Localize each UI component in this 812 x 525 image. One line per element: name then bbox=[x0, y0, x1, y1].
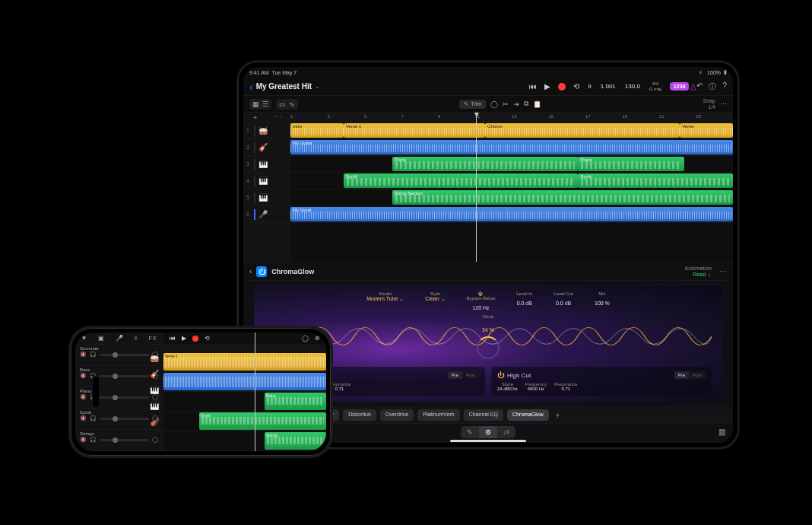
iphone-track-icon-strings[interactable]: 🎻 bbox=[150, 418, 159, 426]
record-button[interactable] bbox=[558, 83, 566, 91]
count-in-button[interactable]: 1234 bbox=[670, 82, 690, 91]
high-cut-post[interactable]: Post bbox=[689, 371, 706, 379]
track-header[interactable]: 5🎹 bbox=[243, 189, 290, 206]
volume-slider[interactable] bbox=[100, 354, 149, 356]
iphone-ruler[interactable] bbox=[163, 345, 326, 352]
iphone-play-button[interactable]: ▶ bbox=[182, 335, 186, 342]
playhead[interactable] bbox=[476, 113, 477, 262]
headphones-icon[interactable]: 🎧 bbox=[90, 437, 97, 443]
iphone-track-icon-piano[interactable]: 🎹 bbox=[150, 386, 159, 394]
lcd-display[interactable]: 9 1 001 130.0 4/4G maj bbox=[585, 81, 664, 92]
track-options-button[interactable]: ⋯ bbox=[274, 113, 281, 121]
iphone-browser-icon[interactable]: ▣ bbox=[98, 335, 104, 342]
edit-view-gear[interactable]: ⚙ bbox=[479, 426, 497, 438]
high-cut-freq[interactable]: Frequency4000 Hz bbox=[525, 382, 547, 391]
back-button[interactable]: ‹ bbox=[249, 81, 253, 93]
add-track-button[interactable]: ＋ bbox=[252, 113, 259, 123]
region[interactable]: Verse 1 bbox=[344, 123, 485, 138]
volume-slider[interactable] bbox=[100, 375, 149, 377]
param-model[interactable]: ModelModern Tube ⌄ bbox=[366, 291, 404, 310]
play-button[interactable]: ▶ bbox=[544, 82, 550, 91]
trim-tool[interactable]: ✎ Trim bbox=[459, 100, 486, 109]
iphone-settings-icon[interactable]: ⊚ bbox=[315, 335, 320, 342]
fx-add-after-button[interactable]: ＋ bbox=[553, 409, 562, 421]
volume-slider[interactable] bbox=[100, 396, 149, 399]
view-grid-button[interactable]: ▦ bbox=[252, 100, 259, 108]
volume-slider[interactable] bbox=[100, 439, 149, 441]
metronome-icon[interactable]: △ bbox=[690, 82, 696, 91]
param-level-in[interactable]: Level In0.0 dB bbox=[516, 291, 532, 310]
iphone-mixer-icon[interactable]: ⫴ bbox=[135, 335, 138, 342]
region[interactable]: Piano bbox=[392, 157, 578, 171]
high-cut-res[interactable]: Resonance0.71 bbox=[554, 382, 577, 391]
loop-tool-icon[interactable]: ◯ bbox=[490, 100, 498, 108]
iphone-playhead[interactable] bbox=[255, 332, 255, 451]
toolrow-more-icon[interactable]: ⋯ bbox=[720, 100, 727, 108]
title-chevron-icon[interactable]: ⌄ bbox=[315, 83, 320, 90]
headphones-icon[interactable]: 🎧 bbox=[90, 352, 97, 358]
iphone-track-icon-bass[interactable]: 🎸 bbox=[150, 370, 159, 378]
volume-slider[interactable] bbox=[100, 418, 149, 420]
region[interactable]: My Vocal bbox=[290, 207, 733, 221]
iphone-loop-icon[interactable]: ◯ bbox=[302, 335, 309, 342]
track-header[interactable]: 4🎹 bbox=[243, 173, 290, 189]
track-lane[interactable]: String Section bbox=[290, 189, 733, 206]
plugin-more-icon[interactable]: ⋯ bbox=[719, 267, 727, 275]
region[interactable]: Chorus bbox=[485, 123, 680, 138]
high-cut-pre[interactable]: Pre bbox=[674, 371, 689, 379]
automation-mode[interactable]: Automation Read ⌄ bbox=[685, 266, 712, 278]
timeline-ruler[interactable]: 135791113151719212325 bbox=[290, 113, 733, 123]
track-lane[interactable]: SynthSynth bbox=[290, 173, 733, 189]
plugin-back-button[interactable]: ‹ bbox=[249, 267, 252, 275]
region[interactable]: String Section bbox=[392, 190, 733, 205]
iphone-track-icon-drums[interactable]: 🥁 bbox=[150, 354, 159, 362]
track-header[interactable]: 6🎤 bbox=[243, 206, 290, 223]
region[interactable]: Synth bbox=[578, 173, 733, 188]
headphones-icon[interactable]: 🎧 bbox=[90, 394, 97, 400]
snap-value[interactable]: 1/4 bbox=[708, 104, 715, 110]
fx-chip[interactable]: ChromaGlow bbox=[507, 409, 549, 421]
cycle-button[interactable]: ⟲ bbox=[573, 82, 579, 91]
help-button[interactable]: ? bbox=[722, 81, 727, 92]
view-list-button[interactable]: ☰ bbox=[262, 100, 268, 108]
param-style[interactable]: StyleClean ⌄ bbox=[425, 291, 445, 310]
track-header[interactable]: 2🎸 bbox=[243, 139, 290, 156]
paste-tool-icon[interactable]: 📋 bbox=[533, 100, 541, 108]
region[interactable]: Intro bbox=[290, 123, 344, 138]
view-clip-button[interactable]: ▭ bbox=[279, 100, 286, 108]
mute-icon[interactable]: 🔇 bbox=[80, 352, 87, 358]
fx-chip[interactable]: Channel EQ bbox=[464, 409, 503, 421]
iphone-mic-icon[interactable]: 🎤 bbox=[116, 335, 123, 342]
mute-icon[interactable]: 🔇 bbox=[80, 373, 87, 379]
undo-button[interactable]: ↶ bbox=[696, 81, 703, 92]
high-cut-slope[interactable]: Slope24 dB/Oct bbox=[497, 382, 518, 391]
edit-view-mixer[interactable]: ♪♯ bbox=[497, 426, 516, 438]
track-lane[interactable]: My Guitar bbox=[290, 139, 733, 156]
iphone-track-icon-synth[interactable]: 🎹 bbox=[150, 402, 159, 410]
fx-chip[interactable]: PlatinumVerb bbox=[417, 409, 460, 421]
headphones-icon[interactable]: 🎧 bbox=[90, 415, 97, 422]
fx-chip[interactable]: Overdrive bbox=[380, 409, 414, 421]
keyboard-button[interactable]: ▥ bbox=[718, 428, 725, 436]
param-level-out[interactable]: Level Out0.0 dB bbox=[553, 291, 573, 310]
headphones-icon[interactable]: 🎧 bbox=[90, 373, 97, 379]
mute-icon[interactable]: 🔇 bbox=[80, 437, 87, 443]
low-cut-post[interactable]: Post bbox=[462, 371, 479, 379]
region[interactable]: Synth bbox=[344, 173, 578, 188]
iphone-record-button[interactable] bbox=[192, 336, 198, 342]
copy-tool-icon[interactable]: ⧉ bbox=[524, 100, 528, 108]
rewind-button[interactable]: ⏮ bbox=[529, 82, 537, 91]
project-title[interactable]: My Greatest Hit bbox=[256, 82, 312, 91]
plugin-power-button[interactable]: ⏻ bbox=[256, 266, 267, 277]
iphone-menu-icon[interactable]: ▼ bbox=[81, 335, 87, 342]
track-header[interactable]: 3🎹 bbox=[243, 156, 290, 173]
scissors-tool-icon[interactable]: ✂ bbox=[503, 100, 509, 108]
info-button[interactable]: ⓘ bbox=[709, 81, 716, 92]
high-cut-power-icon[interactable]: ⏻ bbox=[497, 371, 504, 379]
region[interactable]: My Guitar bbox=[290, 140, 733, 154]
low-cut-pre[interactable]: Pre bbox=[448, 371, 462, 379]
track-lane[interactable]: My Vocal bbox=[290, 206, 733, 223]
iphone-fx-button[interactable]: FX bbox=[149, 336, 157, 341]
fx-chip[interactable]: Distortion bbox=[343, 409, 376, 421]
region[interactable]: Verse bbox=[680, 123, 733, 138]
